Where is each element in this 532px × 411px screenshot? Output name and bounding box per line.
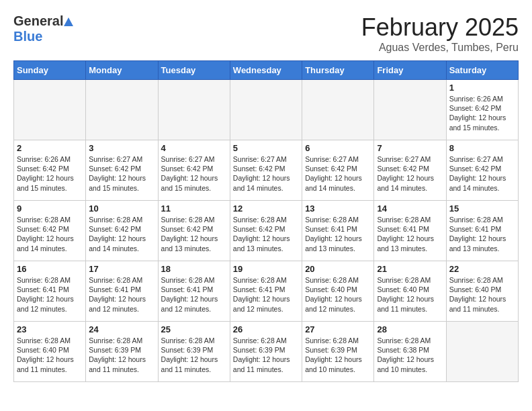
day-number: 15 [449, 203, 515, 214]
day-number: 5 [233, 143, 299, 153]
month-title: February 2025 [361, 13, 519, 42]
calendar-cell: 10Sunrise: 6:28 AM Sunset: 6:42 PM Dayli… [86, 201, 158, 261]
day-info: Sunrise: 6:27 AM Sunset: 6:42 PM Dayligh… [449, 154, 515, 193]
calendar-cell: 12Sunrise: 6:28 AM Sunset: 6:42 PM Dayli… [230, 201, 302, 261]
day-number: 24 [89, 324, 154, 334]
day-info: Sunrise: 6:28 AM Sunset: 6:42 PM Dayligh… [233, 215, 299, 253]
day-info: Sunrise: 6:28 AM Sunset: 6:41 PM Dayligh… [377, 215, 443, 253]
day-number: 14 [377, 203, 443, 214]
calendar-cell: 25Sunrise: 6:28 AM Sunset: 6:39 PM Dayli… [158, 322, 230, 382]
logo-blue: Blue [13, 29, 42, 44]
day-number: 13 [305, 203, 371, 214]
day-info: Sunrise: 6:28 AM Sunset: 6:42 PM Dayligh… [89, 215, 154, 253]
day-info: Sunrise: 6:28 AM Sunset: 6:41 PM Dayligh… [449, 215, 515, 253]
calendar-cell: 14Sunrise: 6:28 AM Sunset: 6:41 PM Dayli… [374, 201, 446, 261]
day-number: 3 [89, 143, 154, 153]
calendar-cell: 11Sunrise: 6:28 AM Sunset: 6:42 PM Dayli… [158, 201, 230, 261]
calendar-cell: 20Sunrise: 6:28 AM Sunset: 6:40 PM Dayli… [302, 261, 374, 322]
day-number: 1 [449, 83, 515, 93]
day-info: Sunrise: 6:28 AM Sunset: 6:42 PM Dayligh… [161, 215, 227, 253]
calendar-cell: 15Sunrise: 6:28 AM Sunset: 6:41 PM Dayli… [446, 201, 518, 261]
day-info: Sunrise: 6:26 AM Sunset: 6:42 PM Dayligh… [449, 94, 515, 132]
calendar-week-row: 2Sunrise: 6:26 AM Sunset: 6:42 PM Daylig… [14, 140, 519, 201]
calendar-week-row: 16Sunrise: 6:28 AM Sunset: 6:41 PM Dayli… [14, 261, 519, 322]
day-info: Sunrise: 6:28 AM Sunset: 6:40 PM Dayligh… [17, 336, 83, 374]
day-info: Sunrise: 6:28 AM Sunset: 6:41 PM Dayligh… [305, 215, 371, 253]
calendar-cell: 19Sunrise: 6:28 AM Sunset: 6:41 PM Dayli… [230, 261, 302, 322]
day-number: 9 [17, 203, 83, 214]
day-info: Sunrise: 6:28 AM Sunset: 6:40 PM Dayligh… [449, 275, 515, 314]
day-number: 20 [305, 264, 371, 274]
weekday-header: Tuesday [158, 61, 230, 80]
day-info: Sunrise: 6:28 AM Sunset: 6:41 PM Dayligh… [89, 275, 154, 314]
day-info: Sunrise: 6:27 AM Sunset: 6:42 PM Dayligh… [161, 154, 227, 193]
calendar: SundayMondayTuesdayWednesdayThursdayFrid… [13, 60, 519, 382]
calendar-week-row: 9Sunrise: 6:28 AM Sunset: 6:42 PM Daylig… [14, 201, 519, 261]
day-info: Sunrise: 6:28 AM Sunset: 6:42 PM Dayligh… [17, 215, 83, 253]
calendar-cell: 2Sunrise: 6:26 AM Sunset: 6:42 PM Daylig… [14, 140, 86, 201]
calendar-cell: 16Sunrise: 6:28 AM Sunset: 6:41 PM Dayli… [14, 261, 86, 322]
day-info: Sunrise: 6:27 AM Sunset: 6:42 PM Dayligh… [233, 154, 299, 193]
day-info: Sunrise: 6:28 AM Sunset: 6:41 PM Dayligh… [161, 275, 227, 314]
day-info: Sunrise: 6:27 AM Sunset: 6:42 PM Dayligh… [305, 154, 371, 193]
calendar-cell: 21Sunrise: 6:28 AM Sunset: 6:40 PM Dayli… [374, 261, 446, 322]
calendar-cell: 8Sunrise: 6:27 AM Sunset: 6:42 PM Daylig… [446, 140, 518, 201]
day-info: Sunrise: 6:28 AM Sunset: 6:39 PM Dayligh… [161, 336, 227, 374]
calendar-cell [86, 80, 158, 140]
calendar-cell: 13Sunrise: 6:28 AM Sunset: 6:41 PM Dayli… [302, 201, 374, 261]
calendar-cell: 23Sunrise: 6:28 AM Sunset: 6:40 PM Dayli… [14, 322, 86, 382]
day-number: 17 [89, 264, 154, 274]
day-info: Sunrise: 6:28 AM Sunset: 6:39 PM Dayligh… [305, 336, 371, 374]
calendar-cell [302, 80, 374, 140]
day-number: 23 [17, 324, 83, 334]
calendar-cell: 5Sunrise: 6:27 AM Sunset: 6:42 PM Daylig… [230, 140, 302, 201]
day-number: 16 [17, 264, 83, 274]
logo-triangle-icon [64, 17, 73, 26]
calendar-cell: 9Sunrise: 6:28 AM Sunset: 6:42 PM Daylig… [14, 201, 86, 261]
weekday-header: Thursday [302, 61, 374, 80]
header: General Blue February 2025 Aguas Verdes,… [13, 13, 519, 54]
title-area: February 2025 Aguas Verdes, Tumbes, Peru [361, 13, 519, 54]
calendar-cell: 1Sunrise: 6:26 AM Sunset: 6:42 PM Daylig… [446, 80, 518, 140]
day-number: 21 [377, 264, 443, 274]
weekday-header: Monday [86, 61, 158, 80]
calendar-cell: 6Sunrise: 6:27 AM Sunset: 6:42 PM Daylig… [302, 140, 374, 201]
day-number: 12 [233, 203, 299, 214]
calendar-week-row: 1Sunrise: 6:26 AM Sunset: 6:42 PM Daylig… [14, 80, 519, 140]
day-info: Sunrise: 6:28 AM Sunset: 6:39 PM Dayligh… [89, 336, 154, 374]
calendar-cell: 28Sunrise: 6:28 AM Sunset: 6:38 PM Dayli… [374, 322, 446, 382]
day-info: Sunrise: 6:27 AM Sunset: 6:42 PM Dayligh… [89, 154, 154, 193]
logo-general: General [13, 13, 63, 29]
calendar-cell [446, 322, 518, 382]
day-number: 26 [233, 324, 299, 334]
calendar-week-row: 23Sunrise: 6:28 AM Sunset: 6:40 PM Dayli… [14, 322, 519, 382]
day-info: Sunrise: 6:28 AM Sunset: 6:41 PM Dayligh… [233, 275, 299, 314]
day-number: 28 [377, 324, 443, 334]
calendar-cell: 18Sunrise: 6:28 AM Sunset: 6:41 PM Dayli… [158, 261, 230, 322]
weekday-header: Saturday [446, 61, 518, 80]
calendar-cell: 7Sunrise: 6:27 AM Sunset: 6:42 PM Daylig… [374, 140, 446, 201]
day-info: Sunrise: 6:27 AM Sunset: 6:42 PM Dayligh… [377, 154, 443, 193]
calendar-cell: 17Sunrise: 6:28 AM Sunset: 6:41 PM Dayli… [86, 261, 158, 322]
calendar-cell [374, 80, 446, 140]
day-number: 8 [449, 143, 515, 153]
day-number: 18 [161, 264, 227, 274]
day-info: Sunrise: 6:28 AM Sunset: 6:40 PM Dayligh… [377, 275, 443, 314]
calendar-cell: 26Sunrise: 6:28 AM Sunset: 6:39 PM Dayli… [230, 322, 302, 382]
day-number: 11 [161, 203, 227, 214]
calendar-cell [230, 80, 302, 140]
weekday-header-row: SundayMondayTuesdayWednesdayThursdayFrid… [14, 61, 519, 80]
day-number: 27 [305, 324, 371, 334]
day-info: Sunrise: 6:28 AM Sunset: 6:40 PM Dayligh… [305, 275, 371, 314]
day-info: Sunrise: 6:28 AM Sunset: 6:38 PM Dayligh… [377, 336, 443, 374]
calendar-cell: 22Sunrise: 6:28 AM Sunset: 6:40 PM Dayli… [446, 261, 518, 322]
day-number: 10 [89, 203, 154, 214]
weekday-header: Sunday [14, 61, 86, 80]
calendar-cell [158, 80, 230, 140]
calendar-cell: 4Sunrise: 6:27 AM Sunset: 6:42 PM Daylig… [158, 140, 230, 201]
day-number: 2 [17, 143, 83, 153]
day-number: 25 [161, 324, 227, 334]
day-number: 6 [305, 143, 371, 153]
calendar-cell: 3Sunrise: 6:27 AM Sunset: 6:42 PM Daylig… [86, 140, 158, 201]
calendar-cell [14, 80, 86, 140]
